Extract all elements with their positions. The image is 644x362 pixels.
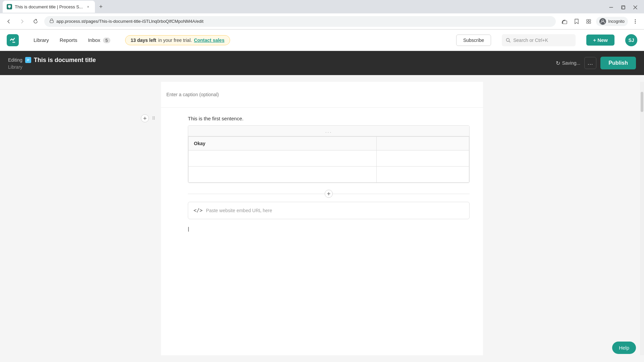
publish-btn[interactable]: Publish — [600, 57, 636, 69]
table-cell-r2c2[interactable] — [377, 167, 469, 183]
trial-days: 13 days left — [131, 38, 156, 43]
saving-indicator: ↻ Saving... — [556, 60, 580, 66]
minimize-btn[interactable] — [606, 3, 616, 12]
table-wrapper: ... ... — [188, 125, 470, 183]
add-block-btn[interactable] — [141, 114, 149, 122]
refresh-btn[interactable] — [31, 17, 40, 26]
first-sentence: This is the first sentence. — [188, 116, 470, 121]
active-tab[interactable]: This is document title | Process S... × — [3, 1, 95, 13]
cast-btn[interactable] — [560, 17, 569, 26]
svg-point-19 — [153, 119, 153, 119]
table-cell-r2c1[interactable] — [189, 167, 377, 183]
trial-banner: 13 days left in your free trial. Contact… — [125, 35, 230, 45]
text-cursor: | — [188, 226, 189, 232]
scrollbar[interactable] — [640, 82, 644, 355]
svg-point-17 — [153, 118, 153, 118]
tab-title: This is document title | Process S... — [15, 4, 83, 9]
table-header-col1[interactable]: Okay — [189, 137, 377, 150]
saving-icon: ↻ — [556, 60, 560, 66]
app-logo[interactable] — [7, 34, 19, 46]
svg-rect-5 — [587, 19, 588, 21]
browser-chrome: This is document title | Process S... × … — [0, 0, 644, 362]
add-block-center-btn[interactable] — [325, 190, 333, 198]
svg-point-16 — [154, 116, 155, 117]
content-block: This is the first sentence. — [161, 108, 483, 237]
svg-rect-1 — [622, 6, 625, 9]
svg-point-20 — [154, 119, 155, 119]
table-cell-r1c1[interactable] — [189, 150, 377, 167]
extension-btn[interactable] — [584, 17, 593, 26]
doc-icon — [25, 57, 31, 63]
doc-title: This is document title — [34, 57, 96, 64]
inbox-count: 5 — [103, 38, 110, 43]
new-btn[interactable]: + New — [586, 35, 614, 46]
forward-btn[interactable] — [17, 17, 27, 26]
svg-rect-2 — [50, 20, 53, 23]
editor-table: Okay — [188, 136, 469, 183]
search-bar[interactable]: Search or Ctrl+K — [502, 34, 576, 46]
table-header-row: Okay — [189, 137, 469, 150]
contact-sales-link[interactable]: Contact sales — [194, 38, 224, 43]
browser-more-btn[interactable] — [631, 17, 640, 26]
cursor-area[interactable]: | — [188, 226, 470, 232]
more-options-btn[interactable]: ... — [584, 57, 596, 69]
lock-icon — [50, 18, 54, 24]
incognito-label: Incognito — [608, 19, 625, 24]
help-btn[interactable]: Help — [612, 342, 636, 354]
editing-label: Editing This is document title — [8, 57, 96, 64]
address-bar: app.process.st/pages/This-is-document-ti… — [0, 13, 644, 29]
breadcrumb[interactable]: Library — [8, 64, 96, 70]
table-cell-r1c2[interactable] — [377, 150, 469, 167]
back-btn[interactable] — [4, 17, 13, 26]
block-controls-left — [141, 114, 157, 122]
search-icon — [506, 38, 511, 43]
scrollbar-thumb[interactable] — [641, 92, 643, 112]
editor-container: This is the first sentence. — [161, 82, 483, 355]
search-placeholder: Search or Ctrl+K — [513, 38, 548, 43]
svg-point-15 — [153, 116, 153, 117]
drag-handle[interactable] — [150, 115, 157, 122]
url-bar[interactable]: app.process.st/pages/This-is-document-ti… — [44, 16, 556, 27]
svg-point-10 — [635, 19, 636, 20]
svg-rect-7 — [587, 22, 588, 23]
svg-point-18 — [154, 118, 155, 118]
content-area: This is the first sentence. — [0, 75, 644, 362]
table-header-col2 — [377, 137, 469, 150]
doc-header: Editing This is document title Library ↻… — [0, 51, 644, 75]
svg-rect-6 — [589, 19, 591, 21]
table-row-1 — [189, 150, 469, 167]
tab-close-btn[interactable]: × — [86, 4, 91, 9]
subscribe-btn[interactable]: Subscribe — [456, 35, 491, 46]
svg-rect-8 — [589, 22, 591, 23]
svg-point-11 — [635, 21, 636, 22]
table-toolbar-dots: ... — [325, 128, 332, 134]
avatar[interactable]: SJ — [625, 34, 637, 46]
new-tab-btn[interactable]: + — [96, 2, 106, 11]
window-controls — [606, 3, 640, 12]
tab-favicon — [7, 4, 12, 9]
app-container: Library Reports Inbox 5 13 days left in … — [0, 29, 644, 362]
nav-links: Library Reports Inbox 5 — [30, 35, 114, 46]
incognito-btn[interactable]: Incognito — [596, 17, 628, 26]
svg-point-3 — [562, 23, 563, 24]
reports-nav-link[interactable]: Reports — [56, 35, 82, 46]
url-text: app.process.st/pages/This-is-document-ti… — [56, 19, 204, 24]
close-btn[interactable] — [631, 3, 640, 12]
inbox-nav-link[interactable]: Inbox 5 — [84, 35, 114, 46]
svg-rect-4 — [563, 21, 567, 24]
library-nav-link[interactable]: Library — [30, 35, 53, 46]
trial-text: in your free trial. — [158, 38, 192, 43]
tab-bar: This is document title | Process S... × … — [0, 0, 644, 13]
caption-input[interactable] — [161, 88, 483, 101]
maximize-btn[interactable] — [619, 3, 628, 12]
caption-section — [161, 82, 483, 108]
top-nav: Library Reports Inbox 5 13 days left in … — [0, 29, 644, 51]
browser-actions: Incognito — [560, 17, 640, 26]
bookmark-btn[interactable] — [572, 17, 581, 26]
embed-placeholder[interactable]: Paste website embed URL here — [206, 208, 272, 213]
add-block-divider — [188, 187, 470, 200]
saving-text: Saving... — [562, 60, 580, 66]
incognito-icon — [599, 18, 606, 25]
doc-header-right: ↻ Saving... ... Publish — [556, 57, 636, 69]
embed-icon: </> — [194, 207, 203, 214]
